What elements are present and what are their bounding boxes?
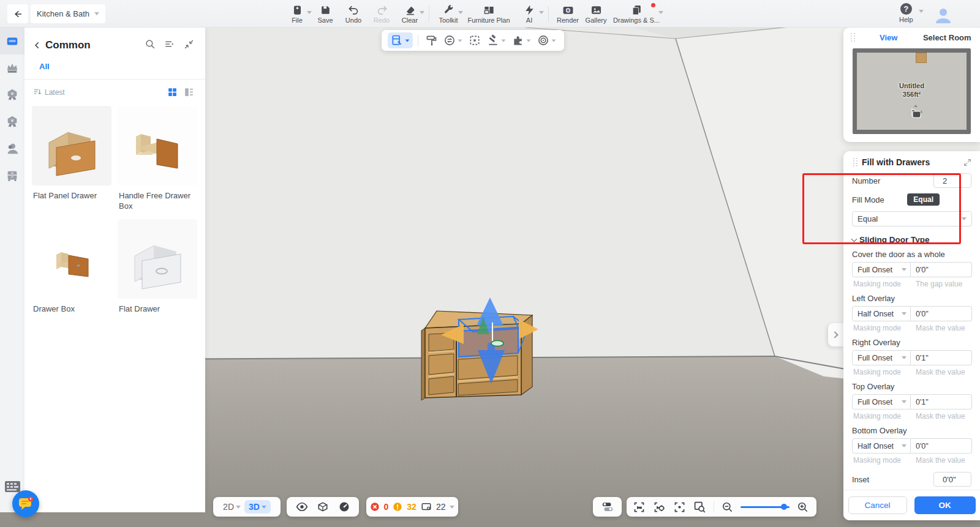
focus-center-button[interactable] bbox=[673, 501, 686, 514]
file-icon bbox=[292, 4, 303, 16]
ok-button[interactable]: OK bbox=[914, 496, 976, 514]
back-chevron-icon[interactable] bbox=[33, 41, 42, 50]
marquee-select-tool[interactable] bbox=[466, 34, 484, 47]
undo-button[interactable]: Undo bbox=[339, 1, 368, 24]
sidebar-item-furniture[interactable] bbox=[0, 162, 24, 189]
workspace-switcher[interactable]: Kitchen & Bath bbox=[31, 4, 105, 23]
zoom-slider-knob[interactable] bbox=[781, 504, 787, 510]
hint-mode: Masking mode bbox=[852, 412, 916, 420]
gallery-button[interactable]: Gallery bbox=[582, 1, 610, 24]
value-input[interactable] bbox=[911, 350, 972, 365]
save-button[interactable]: Save bbox=[311, 1, 339, 24]
save-icon bbox=[320, 4, 331, 16]
filter-icon[interactable] bbox=[164, 39, 175, 52]
eraser-icon bbox=[404, 4, 416, 16]
user-icon bbox=[934, 7, 952, 23]
camera-view-button[interactable] bbox=[633, 501, 646, 514]
drag-handle[interactable] bbox=[851, 33, 856, 42]
auto-build-tool[interactable] bbox=[484, 34, 509, 47]
file-button[interactable]: File bbox=[283, 1, 311, 24]
gizmo-center-handle[interactable] bbox=[491, 341, 503, 346]
avatar[interactable] bbox=[934, 7, 952, 21]
mode-select[interactable]: Half Onset bbox=[852, 438, 911, 454]
furniture-plan-button[interactable]: Furniture Plan bbox=[462, 1, 515, 24]
sort-label[interactable]: Latest bbox=[45, 88, 161, 97]
mode-2d-button[interactable]: 2D bbox=[223, 502, 241, 512]
mode-select[interactable]: Full Onset bbox=[852, 262, 911, 277]
field-label: Bottom Overlay bbox=[852, 426, 971, 435]
zoom-out-button[interactable] bbox=[722, 501, 733, 513]
tab-all[interactable]: All bbox=[39, 62, 50, 71]
back-button[interactable] bbox=[7, 4, 28, 23]
sidebar-item-badge-1[interactable]: v bbox=[0, 81, 24, 108]
chat-support-button[interactable] bbox=[12, 490, 39, 517]
product-card-handle-free-drawer-box[interactable]: Handle Free Drawer Box bbox=[118, 106, 197, 212]
room-name: Untitled bbox=[857, 82, 967, 89]
sidebar-item-profile[interactable] bbox=[0, 135, 24, 162]
toggles-button[interactable] bbox=[601, 500, 614, 514]
product-name: Flat Drawer bbox=[118, 304, 197, 315]
value-input[interactable] bbox=[911, 262, 972, 277]
fill-mode-select[interactable]: Equal bbox=[852, 211, 972, 226]
sidebar-item-badge-2[interactable]: v bbox=[0, 108, 24, 135]
value-input[interactable] bbox=[911, 306, 972, 321]
tab-view[interactable]: View bbox=[859, 33, 918, 42]
library-title: Common bbox=[45, 39, 136, 51]
number-input[interactable] bbox=[933, 173, 971, 188]
paint-roller-tool[interactable] bbox=[422, 34, 440, 47]
chevron-down-icon bbox=[962, 217, 967, 220]
camera-marker-icon[interactable] bbox=[908, 104, 924, 122]
mode-select[interactable]: Half Onset bbox=[852, 306, 911, 321]
panel-collapse-tab[interactable] bbox=[828, 323, 844, 346]
ai-button[interactable]: AI bbox=[515, 1, 543, 24]
camera-navigation-pill bbox=[627, 497, 816, 517]
product-card-flat-panel-drawer[interactable]: Flat Panel Drawer bbox=[32, 106, 111, 212]
clear-button[interactable]: Clear bbox=[396, 1, 424, 24]
redo-button[interactable]: Redo bbox=[368, 1, 396, 24]
chevron-down-icon bbox=[405, 39, 410, 42]
help-button[interactable]: ? Help bbox=[899, 3, 913, 23]
tab-select-room[interactable]: Select Room bbox=[918, 33, 977, 42]
select-cabinet-tool[interactable] bbox=[388, 32, 413, 48]
product-card-flat-drawer[interactable]: Flat Drawer bbox=[118, 219, 197, 315]
collapse-panel-icon[interactable] bbox=[184, 39, 194, 52]
grid-view-toggle[interactable] bbox=[167, 87, 178, 97]
visibility-eye-button[interactable] bbox=[296, 501, 308, 513]
expand-panel-icon[interactable] bbox=[963, 159, 971, 166]
product-grid: Flat Panel Drawer Handle Free Drawer Box bbox=[24, 101, 205, 315]
replace-model-tool[interactable] bbox=[440, 34, 466, 47]
value-input[interactable] bbox=[911, 438, 972, 454]
mode-3d-button[interactable]: 3D bbox=[244, 500, 271, 514]
list-view-toggle[interactable] bbox=[184, 87, 194, 97]
hint-value: Mask the value bbox=[916, 324, 971, 332]
mode-select[interactable]: Full Onset bbox=[852, 350, 911, 365]
zoom-region-button[interactable] bbox=[693, 501, 706, 514]
sidebar-item-brand[interactable] bbox=[0, 54, 24, 81]
product-card-drawer-box[interactable]: Drawer Box bbox=[32, 219, 111, 315]
main-menu: File Save Undo Redo Clear bbox=[283, 1, 663, 24]
mode-select[interactable]: Full Onset bbox=[852, 394, 911, 409]
performance-gauge-button[interactable] bbox=[338, 501, 350, 513]
drag-handle[interactable] bbox=[853, 158, 858, 166]
zoom-in-button[interactable] bbox=[797, 501, 809, 513]
wireframe-cube-button[interactable] bbox=[317, 501, 329, 513]
render-button[interactable]: Render bbox=[554, 1, 582, 24]
sidebar-item-cabinets[interactable] bbox=[0, 28, 24, 54]
search-icon[interactable] bbox=[145, 39, 156, 52]
view-mode-pill: 2D 3D bbox=[213, 497, 281, 517]
target-rings-tool[interactable] bbox=[534, 34, 559, 47]
plugins-tool[interactable] bbox=[509, 34, 534, 47]
value-input[interactable] bbox=[911, 394, 972, 409]
inset-input[interactable] bbox=[933, 472, 971, 487]
floorplan-minimap[interactable]: Untitled 356ft² bbox=[853, 48, 971, 134]
zoom-slider[interactable] bbox=[741, 503, 790, 511]
drawings-button[interactable]: Drawings & S... bbox=[610, 1, 663, 24]
issues-pill[interactable]: 0 32 22 bbox=[366, 497, 458, 517]
swap-globe-icon bbox=[443, 34, 456, 47]
hint-mode: Masking mode bbox=[852, 280, 916, 288]
section-sliding-door-type[interactable]: Sliding Door Type bbox=[852, 235, 971, 244]
toolkit-button[interactable]: Toolkit bbox=[434, 1, 462, 24]
camera-settings-button[interactable] bbox=[653, 501, 666, 514]
cancel-button[interactable]: Cancel bbox=[848, 496, 907, 514]
puzzle-icon bbox=[512, 34, 524, 47]
